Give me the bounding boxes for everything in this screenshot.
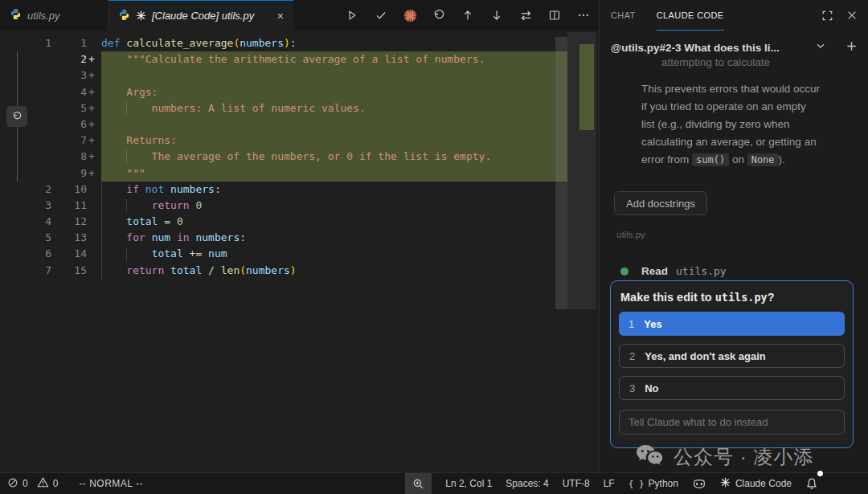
panel-close-icon[interactable] xyxy=(846,10,858,21)
tool-verb: Read xyxy=(641,265,668,277)
claude-code-panel: CHAT CLAUDE CODE @utils.py#2-3 What does… xyxy=(599,0,868,472)
tell-claude-input[interactable] xyxy=(619,410,845,435)
tab-chat[interactable]: CHAT xyxy=(611,0,636,31)
tab-claude-code[interactable]: CLAUDE CODE xyxy=(657,0,724,31)
error-count: 0 xyxy=(23,478,28,489)
chevron-down-icon[interactable] xyxy=(815,40,826,55)
tool-call-read: Read utils.py xyxy=(620,265,727,277)
edit-permission-dialog: Make this edit to utils.py? 1 Yes 2 Yes,… xyxy=(610,280,854,448)
python-icon xyxy=(10,8,22,22)
warning-icon xyxy=(37,476,49,491)
braces-icon: { } xyxy=(628,479,645,489)
code-line: 5+ numbers: A list of numeric values. xyxy=(0,100,599,116)
file-label: utils.py xyxy=(616,230,645,239)
new-conversation-icon[interactable] xyxy=(845,40,858,55)
minimap-added-marker xyxy=(579,44,594,130)
code-line: 8+ The average of the numbers, or 0 if t… xyxy=(0,149,599,165)
problems-indicator[interactable]: 0 0 xyxy=(4,473,61,494)
panel-header: CHAT CLAUDE CODE xyxy=(600,0,868,31)
code-line: 311 return 0 xyxy=(0,198,599,214)
option-yes-dont-ask[interactable]: 2 Yes, and don't ask again xyxy=(619,344,845,368)
zoom-icon[interactable] xyxy=(405,473,432,494)
editor-tab-strip: utils.py [Claude Code] utils.py × xyxy=(0,0,599,31)
wechat-icon xyxy=(635,443,664,471)
assistant-message: This prevents errors that would occur if… xyxy=(641,80,854,169)
cursor-position[interactable]: Ln 2, Col 1 xyxy=(442,473,495,494)
vscode-window: utils.py [Claude Code] utils.py × xyxy=(0,0,868,494)
claude-asterisk-icon xyxy=(136,10,146,21)
watermark: 公众号 · 凌小添 xyxy=(635,443,813,471)
diff-editor[interactable]: 11def calculate_average(numbers):2+ """C… xyxy=(0,31,599,472)
message-line: list (e.g., dividing by zero when xyxy=(641,116,854,133)
dialog-title: Make this edit to utils.py? xyxy=(619,291,845,304)
language-mode[interactable]: { } Python xyxy=(625,473,682,494)
arrow-down-icon[interactable] xyxy=(488,6,506,24)
python-icon xyxy=(118,9,130,23)
message-line: if you tried to operate on an empty xyxy=(641,98,854,116)
eol-sequence[interactable]: LF xyxy=(600,473,618,494)
code-line: 9+ """ xyxy=(0,165,599,182)
tab-label: utils.py xyxy=(27,10,59,22)
claude-spark-icon[interactable] xyxy=(401,6,419,24)
option-yes[interactable]: 1 Yes xyxy=(619,312,845,336)
error-icon xyxy=(7,477,18,491)
conversation-title: @utils.py#2-3 What does this li... xyxy=(611,42,815,54)
message-line: calculating an average, or getting an xyxy=(641,133,854,151)
message-line: error from sum() on None). xyxy=(641,151,854,169)
editor-scrollbar[interactable] xyxy=(555,37,567,309)
inline-code-sum: sum() xyxy=(692,153,729,166)
code-line: 513 for num in numbers: xyxy=(0,230,599,246)
tab-claude-code-utils-py[interactable]: [Claude Code] utils.py × xyxy=(108,0,293,31)
encoding[interactable]: UTF-8 xyxy=(559,473,593,494)
watermark-text: 公众号 · 凌小添 xyxy=(674,444,813,470)
code-line: 412 total = 0 xyxy=(0,214,599,230)
assistant-text-partial: attempting to calculate xyxy=(661,56,770,68)
claude-asterisk-icon xyxy=(720,477,731,490)
tab-utils-py[interactable]: utils.py xyxy=(0,0,108,31)
code-line: 715 return total / len(numbers) xyxy=(0,263,599,279)
tab-label: [Claude Code] utils.py xyxy=(152,10,254,22)
tab-close-icon[interactable]: × xyxy=(277,10,284,22)
indentation[interactable]: Spaces: 4 xyxy=(502,473,551,494)
status-bar: 0 0 -- NORMAL -- Ln 2, Col 1 Spaces: 4 U… xyxy=(0,472,868,494)
vim-mode-indicator: -- NORMAL -- xyxy=(79,478,143,489)
tool-target: utils.py xyxy=(676,265,727,277)
revert-block-button[interactable] xyxy=(6,106,27,127)
code-lines: 11def calculate_average(numbers):2+ """C… xyxy=(0,35,599,279)
code-line: 6+ xyxy=(0,116,599,133)
editor-actions xyxy=(343,0,592,31)
code-line: 2+ """Calculate the arithmetic average o… xyxy=(0,51,599,67)
inline-code-none: None xyxy=(747,153,779,166)
warning-count: 0 xyxy=(53,478,59,489)
code-line: 210 if not numbers: xyxy=(0,182,599,198)
play-icon[interactable] xyxy=(343,6,361,24)
code-line: 11def calculate_average(numbers): xyxy=(0,35,599,51)
code-line: 614 total += num xyxy=(0,246,599,262)
tool-status-dot xyxy=(620,267,628,276)
discard-icon[interactable] xyxy=(430,6,448,24)
claude-code-status[interactable]: Claude Code xyxy=(717,473,795,494)
arrow-up-icon[interactable] xyxy=(459,6,477,24)
swap-icon[interactable] xyxy=(517,6,534,24)
message-line: This prevents errors that would occur xyxy=(641,80,854,98)
check-icon[interactable] xyxy=(372,6,390,24)
add-docstrings-chip[interactable]: Add docstrings xyxy=(614,191,707,215)
code-line: 4+ Args: xyxy=(0,84,599,100)
split-editor-icon[interactable] xyxy=(546,6,563,24)
code-line: 7+ Returns: xyxy=(0,133,599,149)
notification-badge xyxy=(817,471,823,476)
screen-full-icon[interactable] xyxy=(821,10,833,22)
notifications-bell-icon[interactable] xyxy=(802,473,821,494)
code-line: 3+ xyxy=(0,67,599,84)
option-no[interactable]: 3 No xyxy=(619,376,845,400)
more-icon[interactable] xyxy=(575,6,592,24)
copilot-icon[interactable] xyxy=(689,473,710,494)
